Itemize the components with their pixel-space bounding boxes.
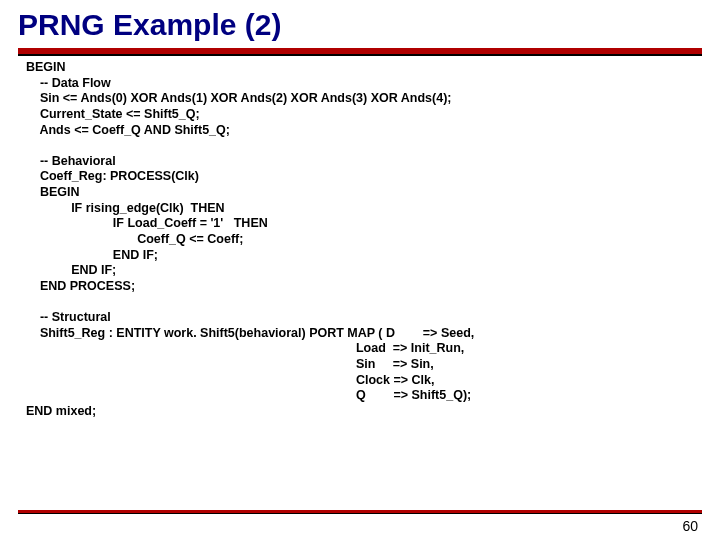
slide: PRNG Example (2) BEGIN -- Data Flow Sin … xyxy=(0,0,720,540)
page-number: 60 xyxy=(682,518,698,534)
bottom-rule xyxy=(18,510,702,514)
code-block: BEGIN -- Data Flow Sin <= Ands(0) XOR An… xyxy=(0,56,720,419)
page-title: PRNG Example (2) xyxy=(0,0,720,48)
